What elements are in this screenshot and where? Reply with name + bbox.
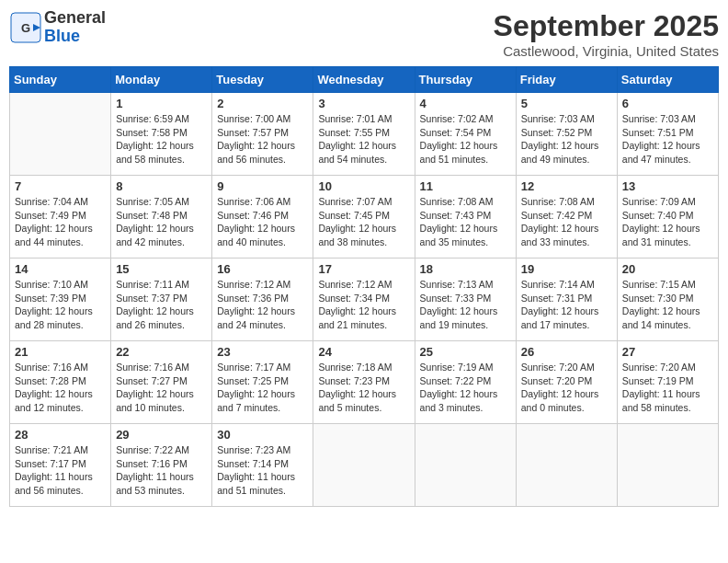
- logo-blue: Blue: [44, 28, 106, 46]
- calendar-day-cell: 26Sunrise: 7:20 AM Sunset: 7:20 PM Dayli…: [516, 341, 617, 424]
- day-number: 8: [116, 179, 207, 193]
- calendar-day-cell: 29Sunrise: 7:22 AM Sunset: 7:16 PM Dayli…: [111, 424, 212, 507]
- weekday-header-cell: Sunday: [10, 67, 111, 93]
- day-info: Sunrise: 7:12 AM Sunset: 7:36 PM Dayligh…: [217, 278, 308, 332]
- day-info: Sunrise: 6:59 AM Sunset: 7:58 PM Dayligh…: [116, 112, 207, 167]
- calendar-day-cell: 17Sunrise: 7:12 AM Sunset: 7:34 PM Dayli…: [313, 259, 415, 341]
- day-info: Sunrise: 7:03 AM Sunset: 7:51 PM Dayligh…: [622, 112, 713, 167]
- day-info: Sunrise: 7:02 AM Sunset: 7:54 PM Dayligh…: [420, 112, 511, 167]
- day-info: Sunrise: 7:06 AM Sunset: 7:46 PM Dayligh…: [217, 195, 308, 249]
- calendar-week-row: 28Sunrise: 7:21 AM Sunset: 7:17 PM Dayli…: [10, 424, 719, 507]
- calendar-header: SundayMondayTuesdayWednesdayThursdayFrid…: [10, 67, 719, 93]
- day-number: 21: [15, 345, 106, 359]
- calendar-day-cell: 30Sunrise: 7:23 AM Sunset: 7:14 PM Dayli…: [212, 424, 313, 507]
- day-info: Sunrise: 7:18 AM Sunset: 7:23 PM Dayligh…: [318, 361, 409, 415]
- calendar-day-cell: 11Sunrise: 7:08 AM Sunset: 7:43 PM Dayli…: [415, 176, 516, 259]
- header: G General Blue September 2025 Castlewood…: [9, 9, 719, 59]
- day-info: Sunrise: 7:20 AM Sunset: 7:20 PM Dayligh…: [521, 361, 612, 415]
- calendar-week-row: 1Sunrise: 6:59 AM Sunset: 7:58 PM Daylig…: [10, 93, 719, 176]
- calendar-day-cell: 27Sunrise: 7:20 AM Sunset: 7:19 PM Dayli…: [617, 341, 718, 424]
- calendar-day-cell: 25Sunrise: 7:19 AM Sunset: 7:22 PM Dayli…: [415, 341, 516, 424]
- day-info: Sunrise: 7:09 AM Sunset: 7:40 PM Dayligh…: [622, 195, 713, 249]
- day-number: 22: [116, 345, 207, 359]
- day-info: Sunrise: 7:05 AM Sunset: 7:48 PM Dayligh…: [116, 195, 207, 249]
- day-info: Sunrise: 7:23 AM Sunset: 7:14 PM Dayligh…: [217, 443, 308, 498]
- day-info: Sunrise: 7:21 AM Sunset: 7:17 PM Dayligh…: [15, 443, 106, 498]
- weekday-header-cell: Saturday: [617, 67, 718, 93]
- logo: G General Blue: [9, 9, 106, 46]
- calendar-day-cell: 5Sunrise: 7:03 AM Sunset: 7:52 PM Daylig…: [516, 93, 617, 176]
- day-number: 10: [318, 179, 409, 193]
- day-info: Sunrise: 7:22 AM Sunset: 7:16 PM Dayligh…: [116, 443, 207, 498]
- calendar-day-cell: 13Sunrise: 7:09 AM Sunset: 7:40 PM Dayli…: [617, 176, 718, 259]
- day-number: 18: [420, 262, 511, 276]
- calendar-day-cell: 20Sunrise: 7:15 AM Sunset: 7:30 PM Dayli…: [617, 259, 718, 341]
- weekday-header-cell: Friday: [516, 67, 617, 93]
- day-info: Sunrise: 7:15 AM Sunset: 7:30 PM Dayligh…: [622, 278, 713, 332]
- day-info: Sunrise: 7:16 AM Sunset: 7:27 PM Dayligh…: [116, 361, 207, 415]
- day-info: Sunrise: 7:11 AM Sunset: 7:37 PM Dayligh…: [116, 278, 207, 332]
- calendar-day-cell: 6Sunrise: 7:03 AM Sunset: 7:51 PM Daylig…: [617, 93, 718, 176]
- calendar-day-cell: [10, 93, 111, 176]
- day-info: Sunrise: 7:10 AM Sunset: 7:39 PM Dayligh…: [15, 278, 106, 332]
- logo-icon: G: [9, 11, 42, 44]
- calendar-day-cell: 15Sunrise: 7:11 AM Sunset: 7:37 PM Dayli…: [111, 259, 212, 341]
- weekday-header-row: SundayMondayTuesdayWednesdayThursdayFrid…: [10, 67, 719, 93]
- day-number: 5: [521, 97, 612, 110]
- day-info: Sunrise: 7:00 AM Sunset: 7:57 PM Dayligh…: [217, 112, 308, 167]
- weekday-header-cell: Monday: [111, 67, 212, 93]
- day-number: 17: [318, 262, 409, 276]
- day-info: Sunrise: 7:19 AM Sunset: 7:22 PM Dayligh…: [420, 361, 511, 415]
- day-number: 7: [15, 179, 106, 193]
- calendar-day-cell: 9Sunrise: 7:06 AM Sunset: 7:46 PM Daylig…: [212, 176, 313, 259]
- month-title: September 2025: [494, 9, 719, 43]
- day-info: Sunrise: 7:04 AM Sunset: 7:49 PM Dayligh…: [15, 195, 106, 249]
- calendar-day-cell: 4Sunrise: 7:02 AM Sunset: 7:54 PM Daylig…: [415, 93, 516, 176]
- day-number: 16: [217, 262, 308, 276]
- day-number: 9: [217, 179, 308, 193]
- calendar-day-cell: 16Sunrise: 7:12 AM Sunset: 7:36 PM Dayli…: [212, 259, 313, 341]
- day-info: Sunrise: 7:12 AM Sunset: 7:34 PM Dayligh…: [318, 278, 409, 332]
- calendar-day-cell: 3Sunrise: 7:01 AM Sunset: 7:55 PM Daylig…: [313, 93, 415, 176]
- calendar-day-cell: 18Sunrise: 7:13 AM Sunset: 7:33 PM Dayli…: [415, 259, 516, 341]
- calendar-day-cell: [516, 424, 617, 507]
- location-title: Castlewood, Virginia, United States: [494, 43, 719, 59]
- calendar-table: SundayMondayTuesdayWednesdayThursdayFrid…: [9, 66, 719, 507]
- calendar-day-cell: 19Sunrise: 7:14 AM Sunset: 7:31 PM Dayli…: [516, 259, 617, 341]
- day-number: 15: [116, 262, 207, 276]
- day-info: Sunrise: 7:17 AM Sunset: 7:25 PM Dayligh…: [217, 361, 308, 415]
- day-info: Sunrise: 7:13 AM Sunset: 7:33 PM Dayligh…: [420, 278, 511, 332]
- calendar-day-cell: 23Sunrise: 7:17 AM Sunset: 7:25 PM Dayli…: [212, 341, 313, 424]
- day-info: Sunrise: 7:01 AM Sunset: 7:55 PM Dayligh…: [318, 112, 409, 167]
- day-number: 19: [521, 262, 612, 276]
- weekday-header-cell: Wednesday: [313, 67, 415, 93]
- calendar-body: 1Sunrise: 6:59 AM Sunset: 7:58 PM Daylig…: [10, 93, 719, 507]
- day-info: Sunrise: 7:03 AM Sunset: 7:52 PM Dayligh…: [521, 112, 612, 167]
- day-number: 4: [420, 97, 511, 110]
- day-number: 14: [15, 262, 106, 276]
- day-number: 24: [318, 345, 409, 359]
- weekday-header-cell: Thursday: [415, 67, 516, 93]
- day-number: 29: [116, 428, 207, 442]
- calendar-day-cell: 10Sunrise: 7:07 AM Sunset: 7:45 PM Dayli…: [313, 176, 415, 259]
- day-number: 28: [15, 428, 106, 442]
- day-info: Sunrise: 7:20 AM Sunset: 7:19 PM Dayligh…: [622, 361, 713, 415]
- day-number: 25: [420, 345, 511, 359]
- calendar-day-cell: [617, 424, 718, 507]
- day-number: 13: [622, 179, 713, 193]
- calendar-day-cell: [415, 424, 516, 507]
- day-info: Sunrise: 7:16 AM Sunset: 7:28 PM Dayligh…: [15, 361, 106, 415]
- day-number: 11: [420, 179, 511, 193]
- day-number: 30: [217, 428, 308, 442]
- calendar-week-row: 21Sunrise: 7:16 AM Sunset: 7:28 PM Dayli…: [10, 341, 719, 424]
- day-number: 20: [622, 262, 713, 276]
- weekday-header-cell: Tuesday: [212, 67, 313, 93]
- calendar-day-cell: 21Sunrise: 7:16 AM Sunset: 7:28 PM Dayli…: [10, 341, 111, 424]
- day-number: 26: [521, 345, 612, 359]
- day-info: Sunrise: 7:07 AM Sunset: 7:45 PM Dayligh…: [318, 195, 409, 249]
- calendar-day-cell: 1Sunrise: 6:59 AM Sunset: 7:58 PM Daylig…: [111, 93, 212, 176]
- day-number: 6: [622, 97, 713, 110]
- day-info: Sunrise: 7:14 AM Sunset: 7:31 PM Dayligh…: [521, 278, 612, 332]
- calendar-day-cell: 7Sunrise: 7:04 AM Sunset: 7:49 PM Daylig…: [10, 176, 111, 259]
- calendar-day-cell: 12Sunrise: 7:08 AM Sunset: 7:42 PM Dayli…: [516, 176, 617, 259]
